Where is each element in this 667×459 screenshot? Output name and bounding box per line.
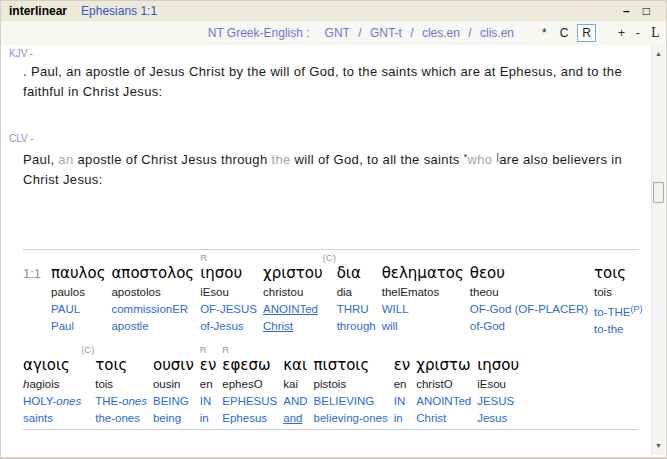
- minimize-button[interactable]: –: [623, 5, 630, 17]
- font-size-button-increase[interactable]: +: [618, 26, 625, 40]
- grammar-marker-empty: [283, 344, 307, 355]
- interlinear-word[interactable]: πιστοιςpistoisBELIEVINGbelieving-ones: [314, 344, 388, 427]
- scrollbar-thumb[interactable]: [653, 182, 664, 203]
- grammar-marker-empty: [470, 252, 588, 263]
- scroll-up-icon[interactable]: ▲: [652, 47, 665, 61]
- interlinear-word[interactable]: αγιοιςhagioisHOLY-onessaints: [23, 344, 81, 427]
- grammar-marker: R: [200, 344, 217, 355]
- transliteration: ousin: [153, 376, 194, 393]
- interlinear-word[interactable]: (C)διαdiaTHRUthrough: [337, 252, 376, 335]
- text-segment: an: [58, 152, 73, 167]
- greek-word: τοις: [594, 263, 642, 284]
- mode-button-R[interactable]: R: [577, 24, 596, 42]
- interlinear-word[interactable]: θεληματοςthelEmatosWILLwill: [382, 252, 464, 335]
- vertical-scrollbar[interactable]: ▲ ▼: [651, 45, 665, 455]
- gloss-literal: WILL: [382, 301, 464, 318]
- grammar-marker-empty: [394, 344, 411, 355]
- content-area: KJV -. Paul, an apostle of Jesus Christ …: [2, 45, 651, 455]
- grammar-marker: (C): [81, 344, 147, 355]
- version-block-kjv: KJV -. Paul, an apostle of Jesus Christ …: [2, 48, 651, 102]
- version-name[interactable]: KJV: [9, 48, 27, 59]
- grammar-marker-empty: [153, 344, 194, 355]
- gloss-idiomatic: saints: [23, 410, 81, 427]
- interlinear-word[interactable]: καιkaiANDand: [283, 344, 307, 427]
- grammar-marker-empty: [382, 252, 464, 263]
- scroll-down-icon[interactable]: ▼: [652, 439, 665, 453]
- interlinear-word[interactable]: χριστωchristOANOINTedChrist: [416, 344, 471, 427]
- gloss-literal: OF-God (OF-PLACER): [470, 301, 588, 318]
- passage-reference[interactable]: Ephesians 1:1: [81, 4, 157, 18]
- version-label-kjv[interactable]: KJV -: [9, 48, 651, 60]
- greek-word: ιησου: [477, 355, 519, 376]
- interlinear-word[interactable]: RιησουiEsouOF-JESUSof-Jesus: [200, 252, 257, 335]
- transliteration: kai: [283, 376, 307, 393]
- greek-word: πιστοις: [314, 355, 388, 376]
- grammar-marker: (C): [323, 252, 376, 263]
- gloss-idiomatic: Christ: [416, 410, 471, 427]
- toolbar-link-GNT[interactable]: GNT: [325, 26, 350, 40]
- module-links: GNT / GNT-t / cles.en / clis.en: [322, 26, 517, 40]
- transliteration: hagiois: [23, 376, 81, 393]
- greek-word: χριστου: [263, 263, 323, 284]
- gloss-idiomatic: Ephesus: [222, 410, 277, 427]
- version-label-dash: -: [27, 49, 33, 59]
- greek-word: χριστω: [416, 355, 471, 376]
- transliteration: en: [394, 376, 411, 393]
- greek-word: εν: [394, 355, 411, 376]
- gloss-idiomatic: apostle: [111, 318, 194, 335]
- gloss-idiomatic: being: [153, 410, 194, 427]
- maximize-button[interactable]: □: [643, 5, 650, 17]
- gloss-literal: HOLY-ones: [23, 393, 81, 410]
- interlinear-row-1: 1:1 παυλοςpaulosPAULPaul αποστολοςaposto…: [23, 252, 651, 338]
- separator: /: [407, 26, 417, 40]
- version-label-dash: -: [28, 134, 34, 144]
- transliteration: iEsou: [200, 284, 257, 301]
- gloss-literal: JESUS: [477, 393, 519, 410]
- gloss-idiomatic: in: [394, 410, 411, 427]
- greek-word: θεληματος: [382, 263, 464, 284]
- toolbar-link-GNT-t[interactable]: GNT-t: [370, 26, 402, 40]
- gloss-literal: ANOINTed: [263, 301, 323, 318]
- interlinear-word[interactable]: θεουtheouOF-God (OF-PLACER)of-God: [470, 252, 588, 335]
- gloss-idiomatic: Paul: [51, 318, 105, 335]
- greek-word: εν: [200, 355, 217, 376]
- interlinear-word[interactable]: αποστολοςapostoloscommissionERapostle: [111, 252, 194, 335]
- grammar-marker-empty: [594, 252, 642, 263]
- transliteration: christO: [416, 376, 471, 393]
- interlinear-word[interactable]: ιησουiEsouJESUSJesus: [477, 344, 519, 427]
- interlinear-word[interactable]: τοιςtoisto-THE(P)to-the: [594, 252, 642, 338]
- toolbar-link-cles.en[interactable]: cles.en: [422, 26, 460, 40]
- greek-word: ιησου: [200, 263, 257, 284]
- grammar-marker: R: [222, 344, 277, 355]
- transliteration: pistois: [314, 376, 388, 393]
- interlinear-word[interactable]: (C)τοιςtoisTHE-onesthe-ones: [95, 344, 147, 427]
- gloss-literal: BELIEVING: [314, 393, 388, 410]
- mode-button-C[interactable]: C: [556, 25, 573, 41]
- version-label-clv[interactable]: CLV -: [9, 133, 651, 145]
- interlinear-word[interactable]: παυλοςpaulosPAULPaul: [51, 252, 105, 335]
- font-size-button-decrease[interactable]: -: [636, 26, 640, 40]
- gloss-literal: commissionER: [111, 301, 194, 318]
- gloss-idiomatic: the-ones: [95, 410, 147, 427]
- interlinear-word[interactable]: χριστουchristouANOINTedChrist: [263, 252, 323, 335]
- interlinear-word[interactable]: ενenINin: [394, 344, 411, 427]
- interlinear-word[interactable]: RεφεσωephesOEPHESUSEphesus: [222, 344, 277, 427]
- gloss-literal: IN: [200, 393, 217, 410]
- interlinear-word[interactable]: RενenINin: [200, 344, 217, 427]
- interlinear-word[interactable]: ουσινousinBEINGbeing: [153, 344, 194, 427]
- version-name[interactable]: CLV: [9, 133, 28, 144]
- verse-ref: 1:1: [23, 252, 45, 281]
- grammar-marker-empty: [477, 344, 519, 355]
- version-block-clv: CLV -Paul, an apostle of Christ Jesus th…: [2, 133, 651, 190]
- mode-button-*[interactable]: *: [538, 25, 551, 41]
- transliteration: paulos: [51, 284, 105, 301]
- superscript-mark: (P): [630, 304, 642, 314]
- toolbar-link-clis.en[interactable]: clis.en: [480, 26, 514, 40]
- section-divider-top: [23, 249, 638, 250]
- gloss-literal: PAUL: [51, 301, 105, 318]
- font-size-button-letter[interactable]: L: [651, 26, 659, 40]
- text-segment: who: [468, 152, 497, 167]
- verse-text-kjv: . Paul, an apostle of Jesus Christ by th…: [23, 62, 639, 102]
- transliteration: christou: [263, 284, 323, 301]
- gloss-idiomatic: of-Jesus: [200, 318, 257, 335]
